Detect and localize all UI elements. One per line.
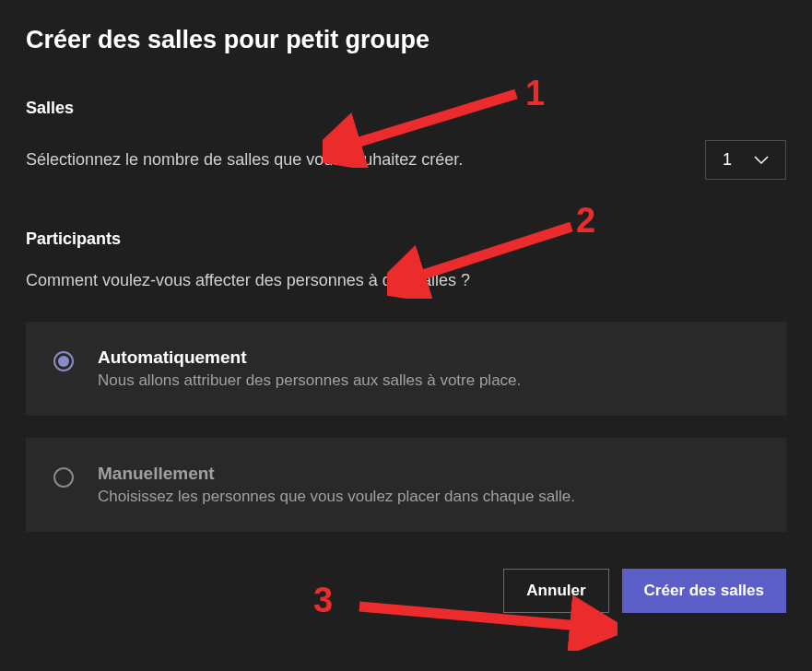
- participants-label: Participants: [26, 230, 786, 249]
- room-count-value: 1: [723, 150, 732, 170]
- option-automatic-title: Automatiquement: [98, 347, 759, 368]
- dialog-title: Créer des salles pour petit groupe: [26, 26, 786, 54]
- rooms-row: Sélectionnez le nombre de salles que vou…: [26, 140, 786, 180]
- radio-automatic[interactable]: [53, 351, 74, 371]
- radio-manual[interactable]: [53, 467, 74, 488]
- rooms-description: Sélectionnez le nombre de salles que vou…: [26, 150, 463, 170]
- option-manual-text: Manuellement Choisissez les personnes qu…: [98, 464, 759, 506]
- option-automatic[interactable]: Automatiquement Nous allons attribuer de…: [26, 322, 786, 416]
- chevron-down-icon: [754, 153, 769, 168]
- create-rooms-button[interactable]: Créer des salles: [622, 569, 786, 613]
- option-manual-description: Choisissez les personnes que vous voulez…: [98, 488, 759, 506]
- option-manual-title: Manuellement: [98, 464, 759, 484]
- dialog-footer: Annuler Créer des salles: [26, 569, 786, 613]
- rooms-section: Salles Sélectionnez le nombre de salles …: [26, 99, 786, 180]
- room-count-dropdown[interactable]: 1: [705, 140, 786, 180]
- participants-description: Comment voulez-vous affecter des personn…: [26, 271, 786, 290]
- option-automatic-text: Automatiquement Nous allons attribuer de…: [98, 347, 759, 390]
- cancel-button[interactable]: Annuler: [503, 569, 608, 613]
- participants-section: Participants Comment voulez-vous affecte…: [26, 230, 786, 532]
- rooms-label: Salles: [26, 99, 786, 118]
- option-manual[interactable]: Manuellement Choisissez les personnes qu…: [26, 438, 786, 532]
- option-automatic-description: Nous allons attribuer des personnes aux …: [98, 371, 759, 390]
